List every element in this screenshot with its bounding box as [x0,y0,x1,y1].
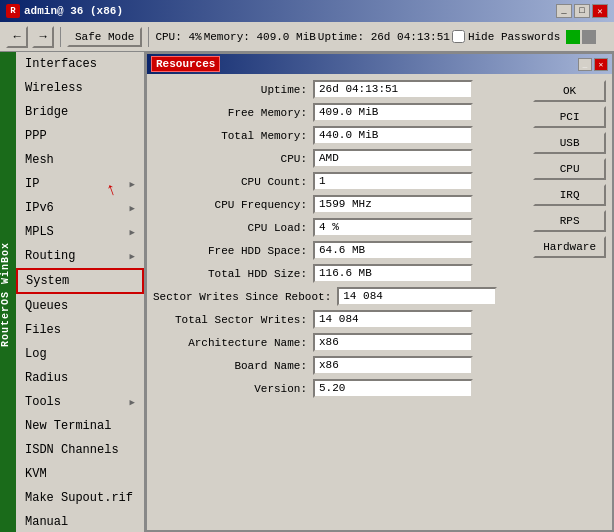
close-button[interactable]: ✕ [592,4,608,18]
field-value-3: AMD [313,149,473,168]
sidebar-item-interfaces[interactable]: Interfaces [16,52,144,76]
sidebar-item-queues[interactable]: Queues [16,294,144,318]
action-btn-cpu[interactable]: CPU [533,158,606,180]
field-value-2: 440.0 MiB [313,126,473,145]
forward-button[interactable]: → [32,26,54,48]
cpu-info: CPU: 4% [155,31,201,43]
action-btn-hardware[interactable]: Hardware [533,236,606,258]
field-label-4: CPU Count: [153,176,313,188]
sidebar-item-ipv6[interactable]: IPv6▶ [16,196,144,220]
app-icon: R [6,4,20,18]
resources-content: Uptime:26d 04:13:51Free Memory:409.0 MiB… [147,74,612,408]
sidebar-item-label-tools: Tools [25,395,61,409]
field-label-3: CPU: [153,153,313,165]
field-label-12: Board Name: [153,360,313,372]
sidebar-item-mesh[interactable]: Mesh [16,148,144,172]
title-bar-left: R admin@ 36 (x86) [6,4,123,18]
form-row: Free HDD Space:64.6 MB [153,241,525,260]
sidebar-item-label-kvm: KVM [25,467,47,481]
form-row: Uptime:26d 04:13:51 [153,80,525,99]
field-label-6: CPU Load: [153,222,313,234]
sidebar-item-routing[interactable]: Routing▶ [16,244,144,268]
toolbar-separator-2 [148,27,149,47]
sidebar-item-label-queues: Queues [25,299,68,313]
resources-title: Resources [151,56,220,72]
sidebar-item-label-ipv6: IPv6 [25,201,54,215]
form-row: CPU Count:1 [153,172,525,191]
sidebar-item-kvm[interactable]: KVM [16,462,144,486]
field-value-6: 4 % [313,218,473,237]
hide-passwords-label[interactable]: Hide Passwords [452,30,560,43]
safe-mode-button[interactable]: Safe Mode [67,27,142,47]
sidebar-item-ppp[interactable]: PPP [16,124,144,148]
form-row: Board Name:x86 [153,356,525,375]
sidebar-item-label-wireless: Wireless [25,81,83,95]
field-label-2: Total Memory: [153,130,313,142]
action-btn-usb[interactable]: USB [533,132,606,154]
sidebar-item-make-supout[interactable]: Make Supout.rif [16,486,144,510]
sidebar-items: InterfacesWirelessBridgePPPMeshIP▶IPv6▶M… [16,52,144,532]
form-row: CPU Frequency:1599 MHz [153,195,525,214]
field-label-5: CPU Frequency: [153,199,313,211]
field-label-1: Free Memory: [153,107,313,119]
sidebar-item-new-terminal[interactable]: New Terminal [16,414,144,438]
sidebar-item-label-make-supout: Make Supout.rif [25,491,133,505]
form-row: Version:5.20 [153,379,525,398]
window-title: admin@ 36 (x86) [24,5,123,17]
sidebar-item-files[interactable]: Files [16,318,144,342]
form-row: CPU:AMD [153,149,525,168]
sidebar-item-bridge[interactable]: Bridge [16,100,144,124]
sidebar-item-label-new-terminal: New Terminal [25,419,111,433]
status-green-box [566,30,580,44]
buttons-panel: OKPCIUSBCPUIRQRPSHardware [533,80,606,402]
action-btn-irq[interactable]: IRQ [533,184,606,206]
submenu-arrow-icon: ▶ [130,397,135,408]
resources-close-button[interactable]: ✕ [594,58,608,71]
sidebar-item-label-bridge: Bridge [25,105,68,119]
sidebar-item-ip[interactable]: IP▶ [16,172,144,196]
sidebar-brand-label: RouterOS WinBox [0,52,16,532]
submenu-arrow-icon: ▶ [130,179,135,190]
sidebar-item-mpls[interactable]: MPLS▶ [16,220,144,244]
field-value-0: 26d 04:13:51 [313,80,473,99]
sidebar-item-label-mesh: Mesh [25,153,54,167]
sidebar-item-wireless[interactable]: Wireless [16,76,144,100]
field-value-9: 14 084 [337,287,497,306]
action-btn-rps[interactable]: RPS [533,210,606,232]
action-btn-pci[interactable]: PCI [533,106,606,128]
main-layout: RouterOS WinBox InterfacesWirelessBridge… [0,52,614,532]
sidebar-item-isdn-channels[interactable]: ISDN Channels [16,438,144,462]
form-row: Total Memory:440.0 MiB [153,126,525,145]
field-value-4: 1 [313,172,473,191]
maximize-button[interactable]: □ [574,4,590,18]
back-button[interactable]: ← [6,26,28,48]
hide-passwords-checkbox[interactable] [452,30,465,43]
field-value-7: 64.6 MB [313,241,473,260]
field-label-8: Total HDD Size: [153,268,313,280]
sidebar-item-label-mpls: MPLS [25,225,54,239]
sidebar-item-log[interactable]: Log [16,342,144,366]
field-label-10: Total Sector Writes: [153,314,313,326]
sidebar-item-radius[interactable]: Radius [16,366,144,390]
sidebar-item-label-radius: Radius [25,371,68,385]
form-row: Total HDD Size:116.6 MB [153,264,525,283]
sidebar-item-label-ppp: PPP [25,129,47,143]
field-value-8: 116.6 MB [313,264,473,283]
sidebar-item-label-ip: IP [25,177,39,191]
field-value-5: 1599 MHz [313,195,473,214]
action-btn-ok[interactable]: OK [533,80,606,102]
submenu-arrow-icon: ▶ [130,251,135,262]
sidebar-item-tools[interactable]: Tools▶ [16,390,144,414]
resources-window: Resources _ ✕ Uptime:26d 04:13:51Free Me… [145,52,614,532]
sidebar-item-label-interfaces: Interfaces [25,57,97,71]
uptime-info: Uptime: 26d 04:13:51 [318,31,450,43]
sidebar-item-system[interactable]: System [16,268,144,294]
field-value-1: 409.0 MiB [313,103,473,122]
sidebar-item-manual[interactable]: Manual [16,510,144,532]
form-row: Sector Writes Since Reboot:14 084 [153,287,525,306]
status-gray-box [582,30,596,44]
field-value-11: x86 [313,333,473,352]
status-boxes [566,30,596,44]
minimize-button[interactable]: _ [556,4,572,18]
resources-minimize-button[interactable]: _ [578,58,592,71]
